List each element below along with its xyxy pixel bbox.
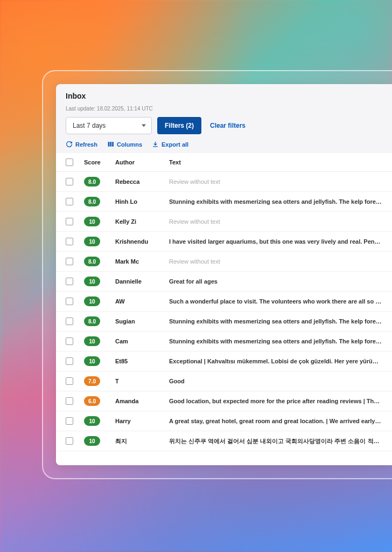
export-all-button[interactable]: Export all <box>152 141 188 148</box>
row-score-cell: 10 <box>84 336 115 346</box>
row-score-cell: 10 <box>84 416 115 426</box>
score-badge: 8.0 <box>84 257 100 266</box>
row-text: Stunning exhibits with mesmerizing sea o… <box>169 338 382 344</box>
row-checkbox-cell <box>66 258 84 265</box>
app-window-frame: Inbox Last update: 18.02.2025, 11:14 UTC… <box>42 70 392 479</box>
row-checkbox[interactable] <box>66 298 73 305</box>
score-badge: 10 <box>84 336 100 346</box>
row-text: Review without text <box>169 178 382 185</box>
date-range-value: Last 7 days <box>73 122 106 129</box>
row-text: Exceptional | Kahvaltısı mükemmel. Lobis… <box>169 358 382 364</box>
row-author: Kelly Zi <box>115 218 169 225</box>
row-text: Stunning exhibits with mesmerizing sea o… <box>169 198 382 205</box>
row-text: A great stay, great hotel, great room an… <box>169 418 382 424</box>
header-score[interactable]: Score <box>84 159 115 165</box>
refresh-label: Refresh <box>75 141 97 148</box>
table-row[interactable]: 10DannielleGreat for all ages <box>56 272 392 292</box>
select-all-checkbox[interactable] <box>66 158 73 166</box>
row-score-cell: 10 <box>84 277 115 286</box>
refresh-button[interactable]: Refresh <box>66 141 97 148</box>
score-badge: 7.0 <box>84 376 100 386</box>
row-checkbox[interactable] <box>66 218 73 225</box>
row-text: Good <box>169 378 382 384</box>
row-checkbox-cell <box>66 337 84 345</box>
row-checkbox[interactable] <box>66 198 73 205</box>
row-author: Krishnendu <box>115 238 169 245</box>
row-text: Such a wonderful place to visit. The vol… <box>169 298 382 305</box>
row-checkbox[interactable] <box>66 437 73 445</box>
table-row[interactable]: 10Et85Exceptional | Kahvaltısı mükemmel.… <box>56 351 392 371</box>
table-row[interactable]: 10HarryA great stay, great hotel, great … <box>56 411 392 431</box>
table-row[interactable]: 8.0SugianStunning exhibits with mesmeriz… <box>56 312 392 332</box>
score-badge: 10 <box>84 296 100 306</box>
table-row[interactable]: 6.0AmandaGood location, but expected mor… <box>56 391 392 411</box>
row-score-cell: 10 <box>84 217 115 226</box>
row-checkbox-cell <box>66 437 84 445</box>
table-row[interactable]: 8.0RebeccaReview without text <box>56 172 392 192</box>
table-row[interactable]: 10KrishnenduI have visited larger aquari… <box>56 232 392 252</box>
row-text: Stunning exhibits with mesmerizing sea o… <box>169 318 382 325</box>
app-panel: Inbox Last update: 18.02.2025, 11:14 UTC… <box>56 84 392 465</box>
score-badge: 10 <box>84 436 100 446</box>
row-checkbox-cell <box>66 198 84 205</box>
table-row[interactable]: 10CamStunning exhibits with mesmerizing … <box>56 332 392 351</box>
date-range-select[interactable]: Last 7 days <box>66 117 152 134</box>
score-badge: 8.0 <box>84 197 100 206</box>
row-text: I have visited larger aquariums, but thi… <box>169 238 382 245</box>
table-row[interactable]: 7.0TGood <box>56 371 392 391</box>
row-checkbox[interactable] <box>66 337 73 345</box>
row-author: Hinh Lo <box>115 198 169 205</box>
select-all-cell <box>66 158 84 166</box>
clear-filters-button[interactable]: Clear filters <box>207 117 249 134</box>
controls-bar: Last update: 18.02.2025, 11:14 UTC Last … <box>56 106 392 141</box>
row-checkbox-cell <box>66 397 84 405</box>
header-author[interactable]: Author <box>115 159 169 165</box>
row-checkbox[interactable] <box>66 178 73 185</box>
row-checkbox[interactable] <box>66 238 73 245</box>
row-author: Mark Mc <box>115 258 169 265</box>
chevron-down-icon <box>142 125 146 127</box>
columns-button[interactable]: Columns <box>107 141 142 148</box>
table-header-row: Score Author Text <box>56 153 392 172</box>
row-author: Cam <box>115 338 169 344</box>
table-row[interactable]: 10AWSuch a wonderful place to visit. The… <box>56 292 392 312</box>
row-author: Amanda <box>115 398 169 404</box>
table-row[interactable]: 10최지위치는 신주쿠 역에서 걸어서 십분 내외이고 국회의사당옆이라 주변 … <box>56 431 392 451</box>
row-checkbox[interactable] <box>66 397 73 405</box>
row-score-cell: 7.0 <box>84 376 115 386</box>
row-checkbox-cell <box>66 178 84 185</box>
row-checkbox-cell <box>66 218 84 225</box>
row-checkbox[interactable] <box>66 417 73 425</box>
app-header: Inbox <box>56 84 392 106</box>
score-badge: 8.0 <box>84 316 100 326</box>
header-text[interactable]: Text <box>169 159 382 165</box>
score-badge: 10 <box>84 356 100 366</box>
row-checkbox[interactable] <box>66 318 73 325</box>
reviews-table: Score Author Text 8.0RebeccaReview witho… <box>56 153 392 465</box>
table-row[interactable]: 10Kelly ZiReview without text <box>56 212 392 232</box>
row-checkbox-cell <box>66 318 84 325</box>
score-badge: 10 <box>84 277 100 286</box>
table-row[interactable]: 8.0Mark McReview without text <box>56 252 392 272</box>
row-text: Review without text <box>169 218 382 225</box>
export-all-label: Export all <box>162 141 188 148</box>
row-author: Et85 <box>115 358 169 364</box>
row-score-cell: 10 <box>84 356 115 366</box>
row-checkbox[interactable] <box>66 258 73 265</box>
row-author: Rebecca <box>115 178 169 185</box>
filters-button[interactable]: Filters (2) <box>157 117 201 134</box>
row-checkbox-cell <box>66 357 84 365</box>
row-checkbox[interactable] <box>66 377 73 385</box>
svg-rect-1 <box>110 142 111 147</box>
row-author: Dannielle <box>115 278 169 285</box>
svg-rect-2 <box>112 142 114 147</box>
row-score-cell: 10 <box>84 237 115 246</box>
row-checkbox[interactable] <box>66 357 73 365</box>
table-toolbar: Refresh Columns Export all <box>56 141 392 153</box>
row-score-cell: 8.0 <box>84 257 115 266</box>
table-row[interactable]: 8.0Hinh LoStunning exhibits with mesmeri… <box>56 192 392 212</box>
columns-icon <box>107 141 114 148</box>
row-author: Harry <box>115 418 169 424</box>
svg-rect-0 <box>108 142 110 147</box>
row-checkbox[interactable] <box>66 278 73 285</box>
